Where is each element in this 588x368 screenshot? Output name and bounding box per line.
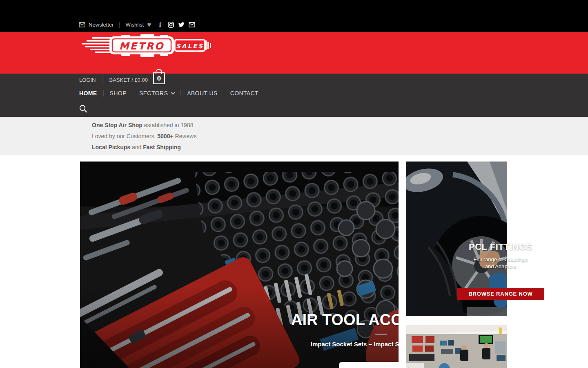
utility-separator <box>102 76 102 83</box>
nav-separator <box>133 90 133 96</box>
usp-band: One Stop Air Shop established in 1988 Lo… <box>0 117 588 155</box>
nav-item-sectors[interactable]: SECTORS <box>139 90 174 96</box>
hero-divider-dash <box>375 334 387 335</box>
login-link[interactable]: LOGIN <box>79 77 96 83</box>
svg-text:METRO: METRO <box>119 40 165 52</box>
newsletter-envelope-icon <box>79 21 85 28</box>
nav-item-contact[interactable]: CONTACT <box>230 90 258 96</box>
browse-range-now-button[interactable]: BROWSE RANGE NOW <box>457 288 544 300</box>
usp-line-established: One Stop Air Shop established in 1988 <box>80 120 223 131</box>
nav-separator <box>180 90 181 96</box>
promo-card-subtitle: Full range of Couplings and Adaptors <box>403 256 588 270</box>
wishlist-heart-icon[interactable]: ♥ <box>147 21 151 28</box>
browse-range-button[interactable]: BROWSE THE RANGE <box>339 362 399 368</box>
header-band: METRO SALES <box>0 32 588 74</box>
email-icon[interactable] <box>189 21 195 28</box>
nav-separator <box>103 90 104 96</box>
logo-sales-shape: SALES <box>175 40 211 51</box>
hero-title: AIR TOOL ACCESSORIES <box>291 311 399 329</box>
nav-item-home[interactable]: HOME <box>79 90 97 96</box>
newsletter-link[interactable]: Newsletter <box>89 22 114 28</box>
nav-item-shop[interactable]: SHOP <box>110 90 127 96</box>
basket-bag-icon[interactable]: 0 <box>153 72 165 84</box>
topbar-links: Newsletter Wishlist ♥ f <box>79 20 195 29</box>
topbar-separator <box>119 22 120 28</box>
usp-list: One Stop Air Shop established in 1988 Lo… <box>80 120 223 153</box>
usp-line-reviews: Loved by our Customers. 5000+ Reviews <box>80 131 223 142</box>
metro-sales-logo[interactable]: METRO SALES <box>80 34 212 57</box>
basket-link[interactable]: BASKET / £0.00 <box>109 77 147 83</box>
svg-text:SALES: SALES <box>176 43 204 50</box>
search-icon[interactable] <box>79 105 87 113</box>
promo-image-store-interior <box>406 325 507 368</box>
utility-row: LOGIN BASKET / £0.00 0 <box>79 74 165 85</box>
nav-separator <box>224 90 224 96</box>
nav-band: LOGIN BASKET / £0.00 0 HOME SHOP SECTORS… <box>0 74 588 117</box>
twitter-icon[interactable] <box>178 21 185 28</box>
main-nav: HOME SHOP SECTORS ABOUT US CONTACT <box>79 87 258 99</box>
topbar: Newsletter Wishlist ♥ f <box>0 0 588 32</box>
promo-card-pcl-fittings[interactable]: PCL FITTINGS Full range of Couplings and… <box>406 162 507 316</box>
hero-caption: AIR TOOL ACCESSORIES Impact Socket Sets … <box>291 311 399 368</box>
promo-card-caption: PCL FITTINGS Full range of Couplings and… <box>403 242 588 300</box>
instagram-icon[interactable] <box>167 21 174 28</box>
basket-count: 0 <box>157 75 161 82</box>
hero-subtitle: Impact Socket Sets – Impact Sockets – Ai… <box>291 341 399 348</box>
chevron-down-icon <box>171 90 175 94</box>
nav-item-about-us[interactable]: ABOUT US <box>187 90 218 96</box>
hero-carousel-slide[interactable]: AIR TOOL ACCESSORIES Impact Socket Sets … <box>80 162 399 368</box>
promo-card-store[interactable] <box>406 325 507 368</box>
usp-line-shipping: Local Pickups and Fast Shipping <box>80 142 223 153</box>
logo-metro-shape: METRO <box>109 34 174 57</box>
promo-card-title: PCL FITTINGS <box>403 242 588 252</box>
wishlist-link[interactable]: Wishlist <box>125 22 144 28</box>
facebook-icon[interactable]: f <box>157 21 163 28</box>
